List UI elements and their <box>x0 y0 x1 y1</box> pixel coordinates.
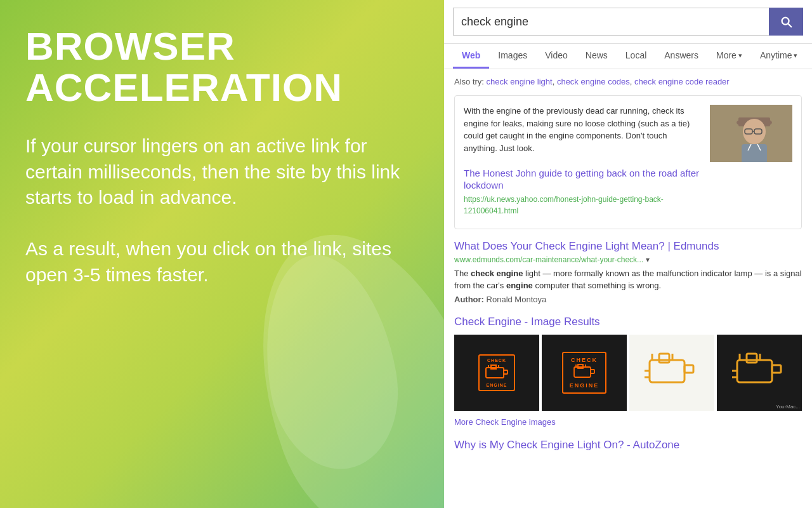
also-try-link-3[interactable]: check engine code reader <box>634 77 730 86</box>
also-try-label: Also try: <box>454 77 484 86</box>
svg-rect-17 <box>591 370 594 373</box>
chevron-down-icon: ▾ <box>794 51 797 60</box>
engine-icon-4 <box>731 347 788 398</box>
tab-web[interactable]: Web <box>453 44 489 69</box>
image-thumb-4[interactable]: YourMac... <box>717 335 802 411</box>
search-icon <box>779 15 793 29</box>
svg-rect-21 <box>659 354 669 363</box>
card-result: With the engine of the previously dead c… <box>454 95 802 229</box>
image-thumb-2[interactable]: CHECK ENGINE <box>542 335 627 411</box>
image-thumb-1[interactable]: CHECK ENGINE <box>454 335 539 411</box>
also-try: Also try: check engine light, check engi… <box>454 77 802 86</box>
result-edmunds-author: Author: Ronald Montoya <box>454 295 802 304</box>
chevron-down-icon: ▾ <box>738 51 742 60</box>
engine-icon-2 <box>573 363 596 380</box>
search-input[interactable] <box>453 8 769 36</box>
nav-tabs: Web Images Video News Local Answers More… <box>444 44 812 69</box>
dropdown-icon[interactable]: ▾ <box>646 255 650 264</box>
result-autozone: Why is My Check Engine Light On? - AutoZ… <box>454 438 802 452</box>
result-edmunds-title[interactable]: What Does Your Check Engine Light Mean? … <box>454 239 802 253</box>
engine-icon-1 <box>485 363 509 380</box>
also-try-link-1[interactable]: check engine light <box>487 77 553 86</box>
tab-anytime[interactable]: Anytime ▾ <box>751 44 807 69</box>
right-panel: Web Images Video News Local Answers More… <box>444 0 812 508</box>
card-result-text: With the engine of the previously dead c… <box>464 105 701 220</box>
card-text-content: With the engine of the previously dead c… <box>464 106 690 153</box>
title-line2: ACCELERATION <box>25 65 343 109</box>
title-line1: BROWSER <box>25 24 235 68</box>
watermark: YourMac... <box>776 404 800 410</box>
image-grid: CHECK ENGINE <box>454 335 802 411</box>
result-edmunds-desc: The check engine light — more formally k… <box>454 267 802 292</box>
description-text: If your cursor lingers on an active link… <box>25 133 419 288</box>
tab-more[interactable]: More ▾ <box>707 44 751 69</box>
svg-rect-12 <box>504 370 508 374</box>
results-area: Also try: check engine light, check engi… <box>444 69 812 508</box>
result-autozone-title[interactable]: Why is My Check Engine Light On? - AutoZ… <box>454 438 802 452</box>
svg-rect-28 <box>747 354 757 363</box>
svg-rect-16 <box>578 364 583 368</box>
card-result-url: https://uk.news.yahoo.com/honest-john-gu… <box>464 194 701 217</box>
result-edmunds: What Does Your Check Engine Light Mean? … <box>454 239 802 304</box>
also-try-link-2[interactable]: check engine codes <box>557 77 630 86</box>
person-silhouette <box>710 105 792 162</box>
svg-rect-22 <box>684 365 693 373</box>
tab-anytime-label: Anytime <box>760 50 792 60</box>
card-url-text: https://uk.news.yahoo.com/honest-john-gu… <box>464 194 701 217</box>
person-image <box>710 105 792 162</box>
tab-answers[interactable]: Answers <box>655 44 707 69</box>
tab-local[interactable]: Local <box>617 44 655 69</box>
more-images-link[interactable]: More Check Engine images <box>454 417 802 427</box>
result-url-text: www.edmunds.com/car-maintenance/what-you… <box>454 255 643 264</box>
image-results-title: Check Engine - Image Results <box>454 316 802 328</box>
engine-icon-3 <box>643 347 700 398</box>
left-panel: BROWSER ACCELERATION If your cursor ling… <box>0 0 444 508</box>
tab-video[interactable]: Video <box>536 44 577 69</box>
image-thumb-3[interactable] <box>629 335 714 411</box>
image-results-section: Check Engine - Image Results CHECK <box>454 316 802 427</box>
svg-rect-7 <box>742 144 767 162</box>
card-result-image <box>710 105 792 162</box>
tab-news[interactable]: News <box>577 44 617 69</box>
tab-images[interactable]: Images <box>489 44 536 69</box>
search-button[interactable] <box>769 8 803 36</box>
result-edmunds-url: www.edmunds.com/car-maintenance/what-you… <box>454 255 802 264</box>
svg-rect-29 <box>772 365 781 373</box>
brand-title: BROWSER ACCELERATION <box>25 25 419 108</box>
search-bar <box>444 0 812 44</box>
card-result-title[interactable]: The Honest John guide to getting back on… <box>464 167 701 192</box>
tab-more-label: More <box>716 50 737 60</box>
